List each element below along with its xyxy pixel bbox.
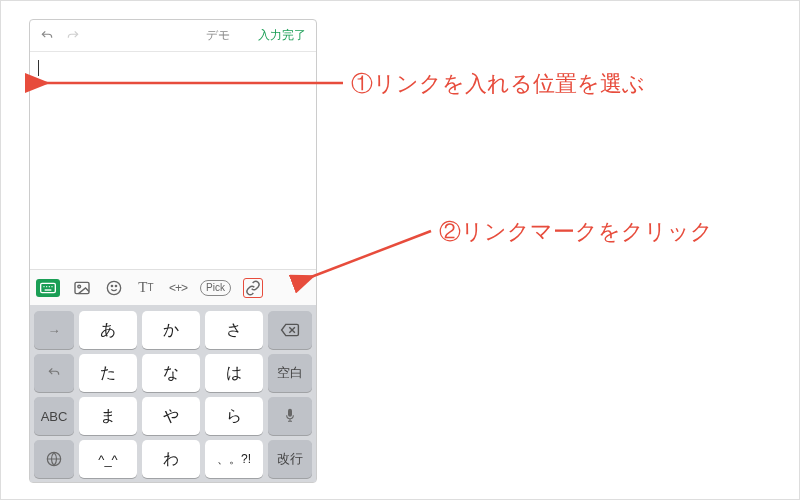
kana-key[interactable]: た xyxy=(79,354,137,392)
done-button[interactable]: 入力完了 xyxy=(258,27,306,44)
kana-key[interactable]: ら xyxy=(205,397,263,435)
emoji-icon[interactable] xyxy=(104,278,124,298)
svg-rect-5 xyxy=(45,289,52,290)
mic-key[interactable] xyxy=(268,397,312,435)
link-button[interactable] xyxy=(243,278,263,298)
annotation-1: ①リンクを入れる位置を選ぶ xyxy=(351,69,645,99)
phone-frame: デモ 入力完了 TT <+> Pick → あ か さ xyxy=(29,19,317,483)
kana-key[interactable]: さ xyxy=(205,311,263,349)
svg-point-9 xyxy=(111,285,112,286)
svg-rect-6 xyxy=(75,282,89,293)
kana-key[interactable]: わ xyxy=(142,440,200,478)
text-format-icon[interactable]: TT xyxy=(136,278,156,298)
svg-point-1 xyxy=(43,286,44,287)
punct-key[interactable]: 、。?! xyxy=(205,440,263,478)
backspace-key[interactable] xyxy=(268,311,312,349)
svg-rect-12 xyxy=(288,409,292,417)
text-editor-area[interactable] xyxy=(30,52,316,269)
arrow-key[interactable]: → xyxy=(34,311,74,349)
enter-key[interactable]: 改行 xyxy=(268,440,312,478)
annotation-2: ②リンクマークをクリック xyxy=(439,217,713,247)
svg-line-14 xyxy=(311,231,431,277)
globe-key[interactable] xyxy=(34,440,74,478)
image-icon[interactable] xyxy=(72,278,92,298)
kana-key[interactable]: あ xyxy=(79,311,137,349)
demo-label[interactable]: デモ xyxy=(206,27,230,44)
svg-point-7 xyxy=(78,285,81,288)
svg-point-10 xyxy=(115,285,116,286)
undo-button[interactable] xyxy=(36,25,58,47)
svg-rect-0 xyxy=(41,283,56,292)
kana-key[interactable]: ま xyxy=(79,397,137,435)
svg-point-2 xyxy=(46,286,47,287)
space-key[interactable]: 空白 xyxy=(268,354,312,392)
kana-key[interactable]: は xyxy=(205,354,263,392)
kana-key[interactable]: や xyxy=(142,397,200,435)
editor-toolbar: TT <+> Pick xyxy=(30,269,316,305)
pick-button[interactable]: Pick xyxy=(200,280,231,296)
text-cursor xyxy=(38,60,39,76)
svg-point-8 xyxy=(107,281,120,294)
undo-key[interactable] xyxy=(34,354,74,392)
kana-key[interactable]: か xyxy=(142,311,200,349)
code-icon[interactable]: <+> xyxy=(168,278,188,298)
svg-point-4 xyxy=(51,286,52,287)
svg-point-3 xyxy=(49,286,50,287)
kana-key[interactable]: な xyxy=(142,354,200,392)
redo-button[interactable] xyxy=(62,25,84,47)
soft-keyboard: → あ か さ た な は 空白 ABC xyxy=(30,305,316,482)
keyboard-toggle-icon[interactable] xyxy=(36,279,60,297)
editor-topbar: デモ 入力完了 xyxy=(30,20,316,52)
kaomoji-key[interactable]: ^_^ xyxy=(79,440,137,478)
abc-key[interactable]: ABC xyxy=(34,397,74,435)
